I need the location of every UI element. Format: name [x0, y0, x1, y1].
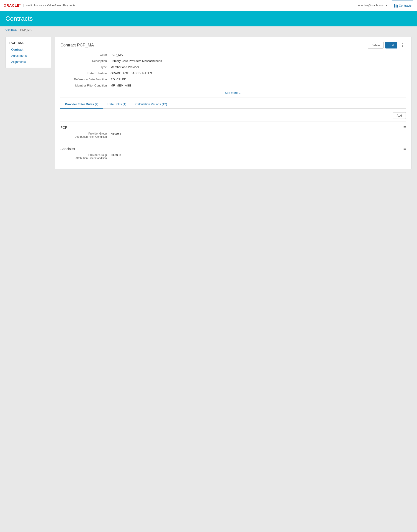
detail-row-description: Description Primary Care Providers Massa…: [60, 59, 406, 63]
detail-row-code: Code PCP_MA: [60, 53, 406, 56]
pcp-provider-group-label: Provider Group Attribution Filter Condit…: [60, 132, 111, 138]
filter-rule-pcp-menu-icon[interactable]: ≡: [403, 125, 406, 130]
specialist-provider-group-label: Provider Group Attribution Filter Condit…: [60, 153, 111, 160]
pcp-provider-group-row: Provider Group Attribution Filter Condit…: [60, 132, 406, 138]
user-email: john.doe@oracle.com: [358, 4, 385, 7]
filter-rule-specialist: Specialist ≡ Provider Group Attribution …: [60, 143, 406, 164]
add-button[interactable]: Add: [393, 112, 406, 119]
tabs-bar: Provider Filter Rules (2) Rate Splits (1…: [60, 100, 406, 109]
sidebar-item-contract[interactable]: Contract: [9, 47, 47, 52]
left-sidebar: PCP_MA Contract Adjustments Alignments: [5, 37, 51, 68]
sidebar-title: PCP_MA: [9, 41, 47, 45]
rate-schedule-label: Rate Schedule: [60, 71, 111, 75]
oracle-logo: ORACLE®: [4, 3, 21, 7]
see-more-link[interactable]: See more: [225, 91, 241, 94]
page-header: Contracts: [0, 11, 417, 26]
see-more-section: See more: [60, 90, 406, 97]
description-label: Description: [60, 59, 111, 63]
app-subtitle: Health Insurance Value-Based Payments: [23, 4, 75, 7]
main-content: PCP_MA Contract Adjustments Alignments C…: [0, 33, 417, 173]
member-filter-value: MF_MEM_AGE: [111, 84, 131, 87]
reference-date-value: RD_CP_ED: [111, 78, 126, 81]
svg-rect-0: [394, 4, 395, 8]
contract-actions: Delete Edit ⋮: [368, 42, 406, 49]
specialist-provider-group-row: Provider Group Attribution Filter Condit…: [60, 153, 406, 160]
contract-details: Code PCP_MA Description Primary Care Pro…: [60, 53, 406, 87]
svg-rect-2: [397, 5, 398, 8]
breadcrumb: Contracts – PCP_MA: [0, 26, 417, 33]
reference-date-label: Reference Date Function: [60, 78, 111, 81]
page-title: Contracts: [5, 15, 412, 22]
filter-rule-pcp-title: PCP: [60, 125, 67, 129]
filter-rule-pcp: PCP ≡ Provider Group Attribution Filter …: [60, 121, 406, 143]
sidebar-item-adjustments[interactable]: Adjustments: [9, 53, 47, 58]
filter-rule-pcp-header: PCP ≡: [60, 125, 406, 130]
filter-rule-specialist-menu-icon[interactable]: ≡: [403, 146, 406, 151]
add-button-row: Add: [60, 112, 406, 119]
contract-header: Contract PCP_MA Delete Edit ⋮: [60, 42, 406, 49]
code-label: Code: [60, 53, 111, 56]
detail-row-type: Type Member and Provider: [60, 65, 406, 69]
right-content: Contract PCP_MA Delete Edit ⋮ Code PCP_M…: [55, 37, 412, 169]
nav-contracts-link[interactable]: Contracts: [392, 0, 413, 11]
top-nav: ORACLE® Health Insurance Value-Based Pay…: [0, 0, 417, 11]
pcp-provider-group-value: NT0054: [111, 132, 121, 138]
more-actions-button[interactable]: ⋮: [399, 42, 406, 49]
sidebar-nav: Contract Adjustments Alignments: [9, 47, 47, 64]
member-filter-label: Member Filter Condition: [60, 84, 111, 87]
logo-area: ORACLE® Health Insurance Value-Based Pay…: [4, 3, 75, 7]
svg-rect-1: [396, 5, 396, 8]
detail-row-reference-date: Reference Date Function RD_CP_ED: [60, 78, 406, 81]
contracts-nav-icon: [394, 4, 398, 8]
edit-button[interactable]: Edit: [385, 42, 397, 49]
top-nav-right: john.doe@oracle.com ▼ Contracts: [358, 0, 413, 11]
user-menu[interactable]: john.doe@oracle.com ▼: [358, 4, 388, 7]
nav-contracts-label: Contracts: [399, 4, 412, 7]
type-value: Member and Provider: [111, 65, 139, 69]
tab-calculation-periods[interactable]: Calculation Periods (12): [131, 100, 172, 109]
delete-button[interactable]: Delete: [368, 42, 384, 49]
chevron-down-icon: [239, 91, 241, 94]
filter-rule-specialist-header: Specialist ≡: [60, 146, 406, 151]
breadcrumb-separator: –: [18, 28, 20, 31]
tab-provider-filter-rules[interactable]: Provider Filter Rules (2): [60, 100, 103, 109]
description-value: Primary Care Providers Massachusetts: [111, 59, 162, 63]
detail-row-member-filter: Member Filter Condition MF_MEM_AGE: [60, 84, 406, 87]
contract-title: Contract PCP_MA: [60, 43, 94, 48]
user-dropdown-icon: ▼: [385, 4, 387, 7]
filter-rule-specialist-title: Specialist: [60, 147, 75, 151]
breadcrumb-current: PCP_MA: [20, 28, 31, 31]
breadcrumb-contracts-link[interactable]: Contracts: [5, 28, 17, 31]
sidebar-item-alignments[interactable]: Alignments: [9, 60, 47, 64]
detail-row-rate-schedule: Rate Schedule GRADE_AGE_BASED_RATES: [60, 71, 406, 75]
type-label: Type: [60, 65, 111, 69]
rate-schedule-value: GRADE_AGE_BASED_RATES: [111, 71, 152, 75]
code-value: PCP_MA: [111, 53, 123, 56]
tab-rate-splits[interactable]: Rate Splits (1): [103, 100, 131, 109]
specialist-provider-group-value: NT0053: [111, 153, 121, 160]
